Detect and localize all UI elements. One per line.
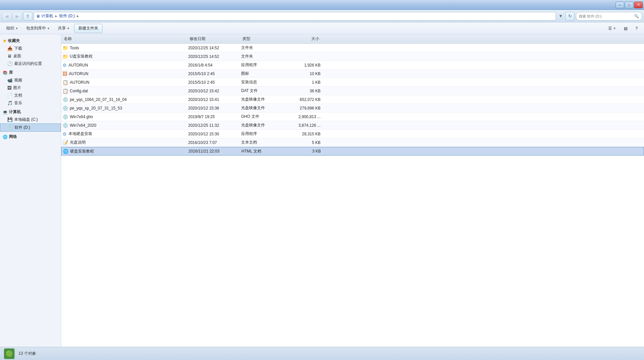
navigation-bar: ◀ ▶ ⇧ 🖥 计算机 ► 软件 (D:) ► ▼ ↻ 🔍 — [0, 10, 644, 22]
sidebar-item-label: 本地磁盘 (C:) — [14, 117, 38, 122]
organize-button[interactable]: 组织 ▼ — [3, 24, 22, 33]
sidebar-item-video[interactable]: 📹 视频 — [0, 76, 61, 84]
desktop-icon: 🖥 — [7, 54, 12, 59]
download-icon: 📥 — [7, 46, 13, 51]
file-name: 本地硬盘安装 — [68, 131, 92, 137]
file-size: 1 KB — [281, 80, 321, 85]
search-input[interactable] — [579, 14, 633, 18]
sidebar-item-recent[interactable]: 🕐 最近访问的位置 — [0, 60, 61, 68]
titlebar: ─ □ ✕ — [0, 0, 644, 10]
sidebar-item-label: 音乐 — [14, 100, 22, 106]
forward-button[interactable]: ▶ — [13, 12, 22, 21]
close-button[interactable]: ✕ — [634, 2, 643, 8]
network-section: 🌐 网络 — [0, 133, 61, 141]
sidebar-item-music[interactable]: 🎵 音乐 — [0, 99, 61, 107]
file-icon-html: 🌐 — [63, 149, 68, 154]
refresh-button[interactable]: ↻ — [565, 12, 575, 21]
file-size: 2,900,813 ... — [281, 114, 321, 119]
address-dropdown-button[interactable]: ▼ — [557, 12, 564, 20]
view-options-button[interactable]: ☰ ▼ — [605, 24, 620, 33]
col-header-size[interactable]: 大小 — [281, 36, 321, 42]
library-icon: 📚 — [3, 70, 8, 75]
table-row[interactable]: 📁 Tools 2020/12/25 14:52 文件夹 — [61, 44, 644, 52]
sidebar-item-label: 文档 — [14, 93, 22, 98]
network-header[interactable]: 🌐 网络 — [0, 133, 61, 141]
file-rows-container: 📁 Tools 2020/12/25 14:52 文件夹 📁 U盘安装教程 20… — [61, 44, 644, 156]
file-type: HTML 文档 — [241, 149, 281, 154]
breadcrumb-root[interactable]: 计算机 — [41, 13, 53, 19]
back-button[interactable]: ◀ — [2, 12, 11, 21]
sidebar-item-download[interactable]: 📥 下载 — [0, 45, 61, 52]
status-app-icon: 🟢 — [4, 348, 15, 359]
sidebar-item-desktop[interactable]: 🖥 桌面 — [0, 52, 61, 60]
view-icon: ☰ — [608, 26, 612, 31]
help-button[interactable]: ? — [632, 24, 641, 33]
sidebar-item-c-drive[interactable]: 💾 本地磁盘 (C:) — [0, 116, 61, 123]
address-bar[interactable]: 🖥 计算机 ► 软件 (D:) ► — [34, 12, 556, 21]
search-bar[interactable]: 🔍 — [576, 12, 642, 21]
up-button[interactable]: ⇧ — [23, 12, 32, 21]
file-icon-dat: 📋 — [63, 88, 68, 94]
status-count: 13 个对象 — [19, 351, 36, 356]
col-header-type[interactable]: 类型 — [241, 36, 281, 42]
table-row[interactable]: 💿 pe_yqs_xp_20_07_31_15_53 2020/10/12 15… — [61, 104, 644, 112]
sidebar-item-label: 软件 (D:) — [15, 125, 30, 130]
table-row[interactable]: 🌐 硬盘安装教程 2016/11/21 22:03 HTML 文档 3 KB — [61, 147, 644, 156]
search-icon: 🔍 — [634, 14, 639, 19]
file-icon-exe: ⚙ — [63, 63, 67, 68]
table-row[interactable]: 💿 Win7x64.gho 2019/9/7 19:25 GHO 文件 2,90… — [61, 112, 644, 121]
file-size: 10 KB — [281, 71, 321, 76]
file-date: 2019/9/7 19:25 — [188, 114, 241, 119]
file-type: 应用程序 — [241, 62, 281, 68]
favorites-header[interactable]: ★ 收藏夹 — [0, 37, 61, 45]
file-type: 文件夹 — [241, 54, 281, 59]
sidebar-item-d-drive[interactable]: 💿 软件 (D:) — [0, 123, 61, 132]
file-icon-iso: 💿 — [63, 106, 68, 111]
library-arrow: ▼ — [47, 27, 50, 30]
table-row[interactable]: ⚙ AUTORUN 2016/1/8 4:54 应用程序 1,926 KB — [61, 61, 644, 69]
toolbar: 组织 ▼ 包含到库中 ▼ 共享 ▼ 新建文件夹 ☰ ▼ ▤ ? — [0, 22, 644, 34]
documents-icon: 📄 — [7, 93, 13, 98]
col-header-date[interactable]: 修改日期 — [188, 36, 241, 42]
file-type: 光盘映像文件 — [241, 105, 281, 111]
library-header[interactable]: 📚 库 — [0, 69, 61, 76]
share-button[interactable]: 共享 ▼ — [54, 24, 73, 33]
new-folder-button[interactable]: 新建文件夹 — [74, 24, 103, 33]
table-row[interactable]: 📁 U盘安装教程 2020/12/25 14:52 文件夹 — [61, 52, 644, 61]
file-date: 2016/10/23 7:07 — [188, 140, 241, 145]
file-date: 2020/10/12 15:41 — [188, 97, 241, 102]
table-row[interactable]: ⚙ 本地硬盘安装 2020/10/12 15:30 应用程序 28,315 KB — [61, 130, 644, 138]
table-row[interactable]: 💿 pe_yqs_1064_20_07_31_16_04 2020/10/12 … — [61, 95, 644, 104]
main-area: ★ 收藏夹 📥 下载 🖥 桌面 🕐 最近访问的位置 📚 库 � — [0, 34, 644, 347]
file-type: GHO 文件 — [241, 114, 281, 119]
star-icon: ★ — [3, 38, 7, 43]
recent-icon: 🕐 — [7, 61, 13, 66]
computer-header[interactable]: 💻 计算机 — [0, 108, 61, 116]
file-icon-dat: 📋 — [63, 80, 68, 85]
breadcrumb-path1[interactable]: 软件 (D:) — [59, 13, 75, 19]
table-row[interactable]: 📝 光盘说明 2016/10/23 7:07 文本文档 5 KB — [61, 138, 644, 147]
help-icon: ? — [635, 26, 638, 31]
file-icon-gho: 💿 — [63, 114, 68, 119]
details-pane-button[interactable]: ▤ — [620, 24, 631, 33]
sidebar-item-documents[interactable]: 📄 文档 — [0, 92, 61, 99]
file-type: 图标 — [241, 71, 281, 76]
sidebar: ★ 收藏夹 📥 下载 🖥 桌面 🕐 最近访问的位置 📚 库 � — [0, 34, 61, 347]
table-row[interactable]: 📋 Config.dat 2020/10/12 15:42 DAT 文件 36 … — [61, 87, 644, 95]
table-row[interactable]: 💿 Win7x64_2020 2020/12/25 11:32 光盘映像文件 3… — [61, 121, 644, 130]
table-row[interactable]: 📋 AUTORUN 2015/5/10 2:45 安装信息 1 KB — [61, 78, 644, 87]
sidebar-item-pictures[interactable]: 🖼 图片 — [0, 84, 61, 92]
file-type: 应用程序 — [241, 131, 281, 137]
file-icon-iso: 💿 — [63, 97, 68, 102]
minimize-button[interactable]: ─ — [616, 2, 624, 8]
file-icon-exe: ⚙ — [63, 131, 67, 137]
library-button[interactable]: 包含到库中 ▼ — [22, 24, 54, 33]
col-header-name[interactable]: 名称 — [63, 36, 188, 42]
file-name: AUTORUN — [70, 80, 89, 85]
network-icon: 🌐 — [3, 135, 8, 139]
maximize-button[interactable]: □ — [625, 2, 633, 8]
table-row[interactable]: 🖼 AUTORUN 2015/5/10 2:45 图标 10 KB — [61, 69, 644, 78]
breadcrumb-sep-1: ► — [55, 14, 58, 18]
sidebar-item-label: 桌面 — [13, 53, 21, 59]
file-date: 2020/10/12 15:30 — [188, 132, 241, 136]
